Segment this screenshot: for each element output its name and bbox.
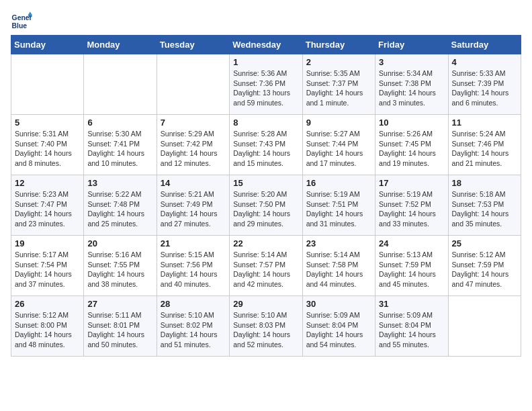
- day-number: 24: [379, 238, 444, 248]
- day-number: 30: [306, 299, 371, 309]
- day-number: 14: [161, 178, 226, 188]
- day-cell-10: 10Sunrise: 5:26 AMSunset: 7:45 PMDayligh…: [375, 115, 448, 175]
- day-info: Sunrise: 5:09 AMSunset: 8:04 PMDaylight:…: [306, 310, 371, 350]
- day-number: 21: [161, 238, 226, 248]
- weekday-header-saturday: Saturday: [448, 36, 521, 54]
- weekday-header-row: SundayMondayTuesdayWednesdayThursdayFrid…: [11, 36, 521, 54]
- day-info: Sunrise: 5:11 AMSunset: 8:01 PMDaylight:…: [87, 310, 152, 350]
- day-cell-24: 24Sunrise: 5:13 AMSunset: 7:59 PMDayligh…: [375, 236, 448, 296]
- day-number: 9: [306, 118, 371, 128]
- day-info: Sunrise: 5:26 AMSunset: 7:45 PMDaylight:…: [379, 129, 444, 169]
- day-cell-empty: [448, 296, 521, 357]
- day-info: Sunrise: 5:31 AMSunset: 7:40 PMDaylight:…: [15, 129, 80, 169]
- day-number: 2: [306, 57, 371, 67]
- day-info: Sunrise: 5:17 AMSunset: 7:54 PMDaylight:…: [15, 250, 80, 289]
- day-number: 25: [452, 238, 517, 248]
- weekday-header-wednesday: Wednesday: [230, 36, 302, 54]
- day-cell-empty: [157, 54, 229, 115]
- day-info: Sunrise: 5:29 AMSunset: 7:42 PMDaylight:…: [161, 129, 226, 169]
- week-row-2: 5Sunrise: 5:31 AMSunset: 7:40 PMDaylight…: [11, 115, 521, 175]
- day-cell-31: 31Sunrise: 5:09 AMSunset: 8:04 PMDayligh…: [375, 296, 448, 357]
- day-cell-empty: [11, 54, 84, 115]
- day-number: 10: [379, 118, 444, 128]
- day-cell-17: 17Sunrise: 5:19 AMSunset: 7:52 PMDayligh…: [375, 175, 448, 236]
- day-cell-7: 7Sunrise: 5:29 AMSunset: 7:42 PMDaylight…: [157, 115, 229, 175]
- day-cell-25: 25Sunrise: 5:12 AMSunset: 7:59 PMDayligh…: [448, 236, 521, 296]
- day-number: 23: [306, 238, 371, 248]
- day-cell-4: 4Sunrise: 5:33 AMSunset: 7:39 PMDaylight…: [448, 54, 521, 115]
- day-cell-26: 26Sunrise: 5:12 AMSunset: 8:00 PMDayligh…: [11, 296, 84, 357]
- day-info: Sunrise: 5:24 AMSunset: 7:46 PMDaylight:…: [452, 129, 517, 169]
- day-number: 28: [161, 299, 226, 309]
- day-number: 8: [233, 118, 298, 128]
- day-info: Sunrise: 5:23 AMSunset: 7:47 PMDaylight:…: [15, 189, 80, 229]
- day-number: 20: [87, 238, 152, 248]
- day-cell-12: 12Sunrise: 5:23 AMSunset: 7:47 PMDayligh…: [11, 175, 84, 236]
- week-row-5: 26Sunrise: 5:12 AMSunset: 8:00 PMDayligh…: [11, 296, 521, 357]
- day-number: 15: [233, 178, 298, 188]
- day-cell-1: 1Sunrise: 5:36 AMSunset: 7:36 PMDaylight…: [230, 54, 302, 115]
- day-cell-9: 9Sunrise: 5:27 AMSunset: 7:44 PMDaylight…: [302, 115, 375, 175]
- day-info: Sunrise: 5:10 AMSunset: 8:03 PMDaylight:…: [233, 310, 298, 350]
- week-row-3: 12Sunrise: 5:23 AMSunset: 7:47 PMDayligh…: [11, 175, 521, 236]
- weekday-header-monday: Monday: [84, 36, 157, 54]
- day-info: Sunrise: 5:36 AMSunset: 7:36 PMDaylight:…: [233, 68, 298, 108]
- day-cell-21: 21Sunrise: 5:15 AMSunset: 7:56 PMDayligh…: [157, 236, 229, 296]
- day-info: Sunrise: 5:19 AMSunset: 7:52 PMDaylight:…: [379, 189, 444, 229]
- day-number: 4: [452, 57, 517, 67]
- day-cell-2: 2Sunrise: 5:35 AMSunset: 7:37 PMDaylight…: [302, 54, 375, 115]
- day-number: 19: [15, 238, 80, 248]
- day-number: 1: [233, 57, 298, 67]
- day-cell-30: 30Sunrise: 5:09 AMSunset: 8:04 PMDayligh…: [302, 296, 375, 357]
- day-number: 13: [87, 178, 152, 188]
- day-info: Sunrise: 5:18 AMSunset: 7:53 PMDaylight:…: [452, 189, 517, 229]
- day-info: Sunrise: 5:27 AMSunset: 7:44 PMDaylight:…: [306, 129, 371, 169]
- day-info: Sunrise: 5:33 AMSunset: 7:39 PMDaylight:…: [452, 68, 517, 108]
- day-number: 11: [452, 118, 517, 128]
- week-row-1: 1Sunrise: 5:36 AMSunset: 7:36 PMDaylight…: [11, 54, 521, 115]
- day-cell-18: 18Sunrise: 5:18 AMSunset: 7:53 PMDayligh…: [448, 175, 521, 236]
- week-row-4: 19Sunrise: 5:17 AMSunset: 7:54 PMDayligh…: [11, 236, 521, 296]
- logo: General Blue: [11, 11, 32, 32]
- weekday-header-sunday: Sunday: [11, 36, 84, 54]
- day-number: 12: [15, 178, 80, 188]
- day-number: 29: [233, 299, 298, 309]
- day-cell-19: 19Sunrise: 5:17 AMSunset: 7:54 PMDayligh…: [11, 236, 84, 296]
- day-number: 17: [379, 178, 444, 188]
- day-info: Sunrise: 5:12 AMSunset: 7:59 PMDaylight:…: [452, 250, 517, 289]
- day-number: 6: [87, 118, 152, 128]
- day-number: 26: [15, 299, 80, 309]
- day-cell-28: 28Sunrise: 5:10 AMSunset: 8:02 PMDayligh…: [157, 296, 229, 357]
- svg-marker-2: [28, 12, 32, 15]
- day-info: Sunrise: 5:22 AMSunset: 7:48 PMDaylight:…: [87, 189, 152, 229]
- svg-text:Blue: Blue: [12, 22, 28, 30]
- day-info: Sunrise: 5:28 AMSunset: 7:43 PMDaylight:…: [233, 129, 298, 169]
- logo-icon: General Blue: [11, 11, 32, 32]
- day-info: Sunrise: 5:14 AMSunset: 7:58 PMDaylight:…: [306, 250, 371, 289]
- day-info: Sunrise: 5:12 AMSunset: 8:00 PMDaylight:…: [15, 310, 80, 350]
- day-cell-22: 22Sunrise: 5:14 AMSunset: 7:57 PMDayligh…: [230, 236, 302, 296]
- weekday-header-friday: Friday: [375, 36, 448, 54]
- day-number: 3: [379, 57, 444, 67]
- day-cell-empty: [84, 54, 157, 115]
- calendar-table: SundayMondayTuesdayWednesdayThursdayFrid…: [11, 35, 521, 357]
- weekday-header-tuesday: Tuesday: [157, 36, 229, 54]
- day-info: Sunrise: 5:21 AMSunset: 7:49 PMDaylight:…: [161, 189, 226, 229]
- day-info: Sunrise: 5:14 AMSunset: 7:57 PMDaylight:…: [233, 250, 298, 289]
- day-cell-3: 3Sunrise: 5:34 AMSunset: 7:38 PMDaylight…: [375, 54, 448, 115]
- day-info: Sunrise: 5:19 AMSunset: 7:51 PMDaylight:…: [306, 189, 371, 229]
- day-info: Sunrise: 5:13 AMSunset: 7:59 PMDaylight:…: [379, 250, 444, 289]
- day-cell-29: 29Sunrise: 5:10 AMSunset: 8:03 PMDayligh…: [230, 296, 302, 357]
- day-info: Sunrise: 5:35 AMSunset: 7:37 PMDaylight:…: [306, 68, 371, 108]
- day-cell-11: 11Sunrise: 5:24 AMSunset: 7:46 PMDayligh…: [448, 115, 521, 175]
- day-info: Sunrise: 5:30 AMSunset: 7:41 PMDaylight:…: [87, 129, 152, 169]
- day-info: Sunrise: 5:34 AMSunset: 7:38 PMDaylight:…: [379, 68, 444, 108]
- day-cell-20: 20Sunrise: 5:16 AMSunset: 7:55 PMDayligh…: [84, 236, 157, 296]
- day-number: 22: [233, 238, 298, 248]
- day-number: 31: [379, 299, 444, 309]
- day-cell-14: 14Sunrise: 5:21 AMSunset: 7:49 PMDayligh…: [157, 175, 229, 236]
- day-info: Sunrise: 5:15 AMSunset: 7:56 PMDaylight:…: [161, 250, 226, 289]
- day-cell-8: 8Sunrise: 5:28 AMSunset: 7:43 PMDaylight…: [230, 115, 302, 175]
- day-info: Sunrise: 5:20 AMSunset: 7:50 PMDaylight:…: [233, 189, 298, 229]
- day-cell-27: 27Sunrise: 5:11 AMSunset: 8:01 PMDayligh…: [84, 296, 157, 357]
